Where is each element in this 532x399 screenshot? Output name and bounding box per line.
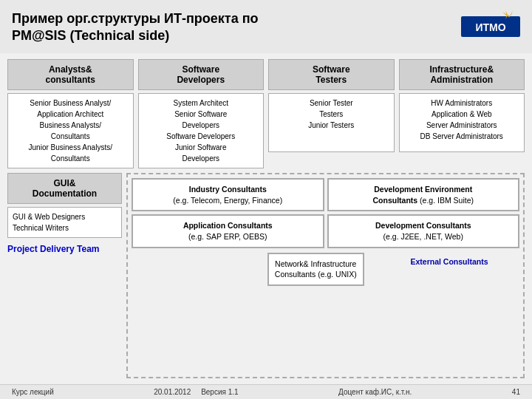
svg-text:ИТМО: ИТМО [475,21,505,33]
industry-consultants-detail: (e.g. Telecom, Energy, Finance) [173,196,282,205]
app-consultants-box: Application Consultants (e.g. SAP ERP, O… [132,214,324,248]
network-consultants-box: Network& InfrastructureConsultants (e.g.… [267,253,364,286]
gui-doc-body: GUI & Web Designers Technical Writers [7,207,122,238]
app-consultants-detail: (e.g. SAP ERP, OEBS) [188,232,267,241]
page-title: Пример орг.структуры ИТ-проекта по PM@SI… [12,10,259,45]
footer-center: 20.01.2012 Версия 1.1 [154,388,238,396]
network-wrapper: Network& InfrastructureConsultants (e.g.… [256,253,377,286]
col-developers: SoftwareDevelopers System Architect Seni… [138,59,265,168]
title-line1: Пример орг.структуры ИТ-проекта по [12,11,259,26]
col-testers-header: SoftwareTesters [268,59,395,90]
main-content: Analysts&consultants Senior Business Ana… [0,53,532,384]
dev-env-detail: (e.g. IBM Suite) [420,196,474,205]
dev-consultants-box: Development Consultants (e.g. J2EE, .NET… [327,214,520,248]
network-consultants-detail: (e.g. UNIX) [318,270,357,279]
col-testers-body: Senior Tester Testers Junior Testers [268,93,395,152]
header: Пример орг.структуры ИТ-проекта по PM@SI… [0,0,532,53]
col-infra-header: Infrastructure&Administration [399,59,525,90]
col-testers: SoftwareTesters Senior Tester Testers Ju… [268,59,395,168]
industry-consultants-label: Industry Consultants [189,185,267,194]
dev-env-consultants-box: Development EnvironmentConsultants (e.g.… [327,178,520,211]
bottom-section: GUI&Documentation GUI & Web Designers Te… [7,173,525,378]
logo-svg: ИТМО [461,9,520,44]
gui-doc-header: GUI&Documentation [7,173,122,204]
dev-consultants-label: Development Consultants [375,221,471,230]
right-panel: Industry Consultants (e.g. Telecom, Ener… [126,173,525,378]
top-row: Analysts&consultants Senior Business Ana… [7,59,525,168]
bottom-row: Network& InfrastructureConsultants (e.g.… [132,253,519,286]
footer-date: 20.01.2012 [154,388,191,396]
footer: Курс лекций 20.01.2012 Версия 1.1 Доцент… [0,384,532,399]
footer-right: Доцент каф.ИС, к.т.н. [338,388,412,396]
consultants-grid: Industry Consultants (e.g. Telecom, Ener… [132,178,519,248]
title-line2: PM@SIS (Technical side) [12,28,169,43]
app-consultants-label: Application Consultants [183,221,273,230]
footer-page: 41 [512,388,520,396]
external-consultants-label: External Consultants [379,253,519,270]
page: Пример орг.структуры ИТ-проекта по PM@SI… [0,0,532,399]
col-developers-body: System Architect Senior Software Develop… [138,93,265,168]
col-analysts: Analysts&consultants Senior Business Ana… [7,59,134,168]
industry-consultants-box: Industry Consultants (e.g. Telecom, Ener… [132,178,324,211]
col-infra: Infrastructure&Administration HW Adminis… [399,59,525,168]
left-panel: GUI&Documentation GUI & Web Designers Te… [7,173,122,378]
dev-consultants-detail: (e.g. J2EE, .NET, Web) [383,232,463,241]
col-analysts-body: Senior Business Analyst/ Application Arc… [7,93,134,168]
col-infra-body: HW Administrators Application & Web Serv… [399,93,525,152]
project-delivery-label: Project Delivery Team [7,244,122,254]
footer-left: Курс лекций [12,388,54,396]
col-analysts-header: Analysts&consultants [7,59,134,90]
external-consultants-text: External Consultants [410,257,488,266]
itmo-logo: ИТМО [461,9,520,46]
footer-version: Версия 1.1 [201,388,238,396]
col-developers-header: SoftwareDevelopers [138,59,265,90]
